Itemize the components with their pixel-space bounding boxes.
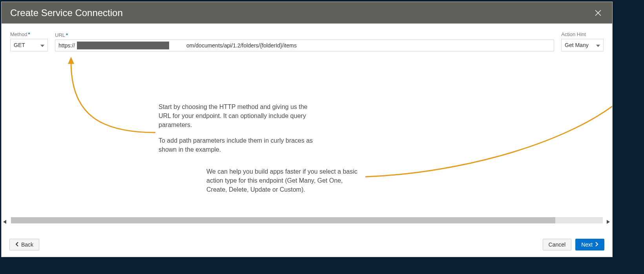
cancel-button[interactable]: Cancel — [543, 239, 572, 250]
svg-marker-5 — [3, 220, 6, 224]
create-service-connection-dialog: Create Service Connection Method* GET — [1, 2, 613, 257]
method-select[interactable]: GET — [10, 39, 48, 51]
method-label: Method* — [10, 31, 48, 37]
url-label: URL* — [55, 32, 554, 38]
method-value: GET — [14, 42, 25, 48]
redacted-host-segment — [77, 42, 169, 49]
scroll-left-icon[interactable] — [3, 218, 7, 222]
next-button-label: Next — [581, 241, 593, 248]
caret-down-icon — [596, 42, 600, 48]
back-button[interactable]: Back — [9, 239, 39, 250]
svg-marker-2 — [40, 45, 44, 47]
close-icon[interactable] — [593, 7, 604, 18]
scrollbar-thumb[interactable] — [11, 217, 555, 223]
help-area: Start by choosing the HTTP method and gi… — [10, 51, 604, 208]
action-hint-select[interactable]: Get Many — [561, 39, 604, 51]
method-field: Method* GET — [10, 31, 48, 51]
action-hint-value: Get Many — [565, 42, 589, 48]
url-field: URL* — [55, 32, 554, 51]
back-button-label: Back — [21, 241, 33, 248]
next-button[interactable]: Next — [575, 239, 604, 250]
dialog-footer: Back Cancel Next — [2, 233, 612, 257]
chevron-right-icon — [595, 241, 598, 248]
arrow-to-action-hint-icon — [363, 98, 613, 185]
svg-marker-4 — [68, 57, 74, 64]
scroll-right-icon[interactable] — [607, 218, 611, 222]
dialog-titlebar: Create Service Connection — [2, 2, 612, 24]
arrow-to-method-icon — [57, 56, 159, 138]
help-text-method-url: Start by choosing the HTTP method and gi… — [159, 102, 319, 160]
dialog-title: Create Service Connection — [10, 7, 123, 18]
svg-marker-3 — [596, 45, 600, 47]
dialog-content: Method* GET URL* Action Hint — [2, 24, 612, 208]
caret-down-icon — [40, 42, 44, 48]
help-text-action-hint: We can help you build apps faster if you… — [206, 167, 359, 194]
horizontal-scrollbar[interactable] — [3, 217, 611, 224]
action-hint-label: Action Hint — [561, 31, 604, 37]
action-hint-field: Action Hint Get Many — [561, 31, 604, 51]
endpoint-form-row: Method* GET URL* Action Hint — [10, 31, 604, 51]
scrollbar-track[interactable] — [11, 217, 603, 223]
cancel-button-label: Cancel — [549, 241, 566, 248]
svg-marker-6 — [607, 220, 610, 224]
chevron-left-icon — [15, 241, 19, 248]
